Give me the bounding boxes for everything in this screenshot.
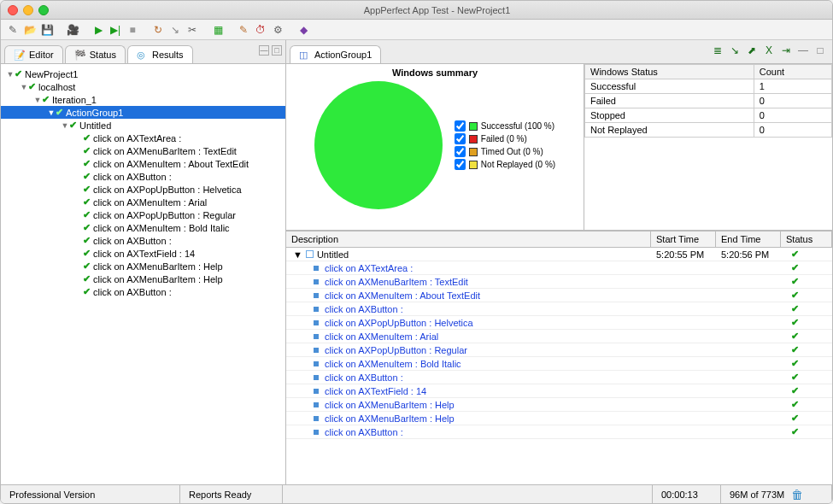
export-excel-icon[interactable]: X: [762, 44, 776, 57]
tree-event[interactable]: ✔click on AXMenuItem : About TextEdit: [1, 157, 285, 170]
event-icon: [314, 361, 319, 366]
tree-event[interactable]: ✔click on AXMenuBarItem : Help: [1, 260, 285, 273]
legend-check-successful[interactable]: [455, 120, 466, 132]
tab-actiongroup[interactable]: ◫ActionGroup1: [290, 45, 381, 63]
grid-row[interactable]: click on AXMenuItem : Arial✔: [286, 330, 832, 343]
tree-root[interactable]: NewProject1: [25, 69, 78, 79]
export-text-icon[interactable]: ≣: [711, 44, 724, 57]
tree-event[interactable]: ✔click on AXMenuItem : Bold Italic: [1, 221, 285, 234]
open-icon[interactable]: 📂: [23, 23, 37, 37]
edit-icon[interactable]: ✎: [6, 23, 20, 37]
disclosure-triangle[interactable]: ▼: [47, 108, 56, 117]
legend-check-failed[interactable]: [455, 133, 466, 144]
event-icon: [314, 334, 319, 339]
grid-row-desc: click on AXMenuItem : Bold Italic: [325, 359, 461, 369]
legend-check-notreplayed[interactable]: [455, 159, 466, 170]
maximize-right-icon[interactable]: □: [813, 44, 827, 57]
check-icon: ✔: [83, 273, 91, 284]
legend-timedout: Timed Out (0 %): [481, 147, 543, 156]
tree-event-label: click on AXMenuBarItem : Help: [93, 261, 223, 272]
step-icon[interactable]: ↘: [168, 23, 182, 37]
grid-body[interactable]: ▼Untitled 5:20:55 PM 5:20:56 PM ✔ click …: [286, 248, 832, 484]
status-elapsed-time: 00:00:13: [653, 485, 721, 503]
chart-area: Windows summary Successful (100 %) Faile…: [286, 64, 832, 231]
grid-parent-start: 5:20:55 PM: [651, 249, 716, 260]
disclosure-triangle[interactable]: ▼: [61, 121, 69, 130]
col-status[interactable]: Status: [781, 231, 832, 247]
tab-results[interactable]: ◎Results: [127, 45, 193, 63]
grid-row-desc: click on AXButton :: [325, 372, 403, 383]
gear-icon[interactable]: ⚙: [271, 23, 285, 37]
grid-row[interactable]: click on AXMenuItem : Bold Italic✔: [286, 357, 832, 371]
grid-row[interactable]: click on AXMenuBarItem : Help✔: [286, 412, 832, 425]
export-import-icon[interactable]: ⇥: [779, 44, 793, 57]
run-next-icon[interactable]: ▶|: [109, 23, 122, 37]
grid-row-desc: click on AXButton :: [325, 304, 403, 314]
tree-event[interactable]: ✔click on AXPopUpButton : Helvetica: [1, 183, 285, 196]
grid-row-status: ✔: [781, 385, 832, 396]
tree-iteration[interactable]: Iteration_1: [52, 95, 97, 105]
tree-event[interactable]: ✔click on AXButton :: [1, 285, 285, 298]
grid-row[interactable]: click on AXMenuBarItem : TextEdit✔: [286, 275, 832, 289]
grid-row[interactable]: click on AXButton :✔: [286, 371, 832, 384]
results-tree[interactable]: ▼✔NewProject1 ▼✔localhost ▼✔Iteration_1 …: [1, 64, 285, 484]
tree-untitled[interactable]: Untitled: [79, 120, 111, 131]
tree-event[interactable]: ✔click on AXButton :: [1, 234, 285, 247]
grid-row[interactable]: click on AXButton :✔: [286, 425, 832, 439]
legend-check-timedout[interactable]: [455, 146, 466, 157]
package-icon[interactable]: ◆: [296, 23, 310, 37]
zoom-window-button[interactable]: [38, 5, 49, 15]
export-arrow-icon[interactable]: ↘: [728, 44, 742, 57]
tree-event[interactable]: ✔click on AXMenuBarItem : Help: [1, 273, 285, 285]
minimize-panel-icon[interactable]: —: [259, 45, 269, 56]
right-tabs: ◫ActionGroup1 ≣ ↘ ⬈ X ⇥ — □: [286, 40, 832, 64]
disclosure-triangle[interactable]: ▼: [6, 70, 15, 79]
edit2-icon[interactable]: ✎: [237, 23, 250, 37]
grid-row[interactable]: click on AXMenuBarItem : Help✔: [286, 398, 832, 412]
grid-row[interactable]: click on AXPopUpButton : Helvetica✔: [286, 316, 832, 330]
trash-icon[interactable]: 🗑: [791, 488, 803, 501]
tree-group[interactable]: ActionGroup1: [66, 108, 123, 118]
tree-event[interactable]: ✔click on AXMenuItem : Arial: [1, 196, 285, 208]
check-icon: ✔: [56, 107, 63, 118]
export-chart-icon[interactable]: ⬈: [745, 44, 759, 57]
grid-row[interactable]: click on AXMenuItem : About TextEdit✔: [286, 289, 832, 302]
cut-icon[interactable]: ✂: [185, 23, 199, 37]
tree-event[interactable]: ✔click on AXButton :: [1, 170, 285, 183]
close-window-button[interactable]: [8, 5, 18, 15]
save-icon[interactable]: 💾: [40, 23, 54, 37]
tree-event[interactable]: ✔click on AXMenuBarItem : TextEdit: [1, 144, 285, 157]
grid-row[interactable]: click on AXButton :✔: [286, 302, 832, 316]
grid-row[interactable]: click on AXPopUpButton : Regular✔: [286, 343, 832, 357]
tab-status[interactable]: 🏁Status: [65, 45, 126, 63]
tab-editor[interactable]: 📝Editor: [4, 45, 63, 63]
tree-event[interactable]: ✔click on AXPopUpButton : Regular: [1, 208, 285, 221]
timer-icon[interactable]: ⏱: [254, 23, 267, 37]
record-icon[interactable]: 🎥: [66, 23, 79, 37]
col-start[interactable]: Start Time: [651, 231, 716, 247]
disclosure-triangle[interactable]: ▼: [33, 96, 42, 104]
tree-event-label: click on AXMenuItem : Bold Italic: [93, 223, 230, 233]
grid-row-status: ✔: [781, 290, 832, 301]
disclosure-triangle[interactable]: ▼: [20, 83, 28, 91]
run-icon[interactable]: ▶: [91, 23, 105, 37]
tree-event[interactable]: ✔click on AXTextField : 14: [1, 247, 285, 260]
grid-row-parent[interactable]: ▼Untitled 5:20:55 PM 5:20:56 PM ✔: [286, 248, 832, 261]
tree-event[interactable]: ✔click on AXTextArea :: [1, 132, 285, 144]
stats-row: Failed: [585, 94, 754, 108]
tree-host[interactable]: localhost: [38, 82, 75, 92]
disclosure-triangle[interactable]: ▼: [293, 249, 302, 260]
titlebar: AppPerfect App Test - NewProject1: [1, 1, 832, 20]
grid-row[interactable]: click on AXTextArea :✔: [286, 261, 832, 275]
grid-row[interactable]: click on AXTextField : 14✔: [286, 384, 832, 398]
note-icon[interactable]: ▦: [211, 23, 225, 37]
stop-icon[interactable]: ■: [126, 23, 139, 37]
toolbar: ✎ 📂 💾 🎥 ▶ ▶| ■ ↻ ↘ ✂ ▦ ✎ ⏱ ⚙ ◆: [1, 20, 832, 40]
maximize-panel-icon[interactable]: □: [272, 45, 282, 56]
minimize-right-icon[interactable]: —: [796, 44, 810, 57]
loop-icon[interactable]: ↻: [151, 23, 165, 37]
pie-chart: [314, 81, 443, 209]
col-description[interactable]: Description: [286, 231, 651, 247]
minimize-window-button[interactable]: [23, 5, 33, 15]
col-end[interactable]: End Time: [716, 231, 781, 247]
